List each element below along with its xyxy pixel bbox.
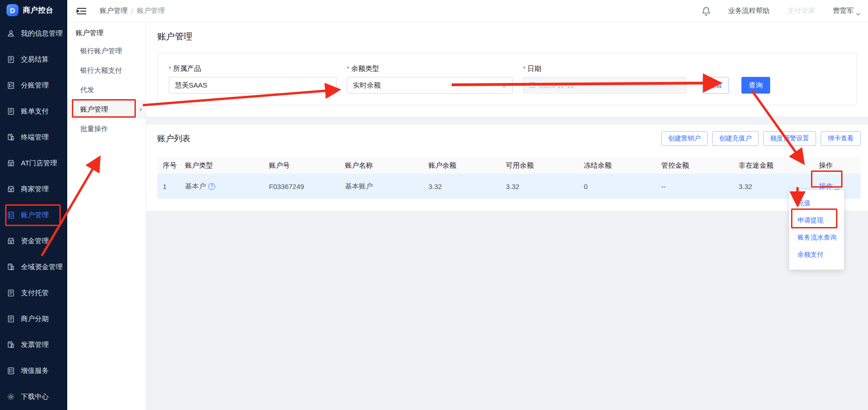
money-doc-icon	[7, 211, 15, 219]
menu-item-余额支付[interactable]: 余额支付	[789, 246, 844, 263]
menu-item-充值[interactable]: 充值	[789, 195, 844, 212]
action-button-创建充值户[interactable]: 创建充值户	[712, 131, 759, 146]
sidebar-item-交易结算[interactable]: 交易结算	[0, 46, 67, 72]
document-icon	[7, 56, 15, 63]
cell-seq: 1	[157, 183, 179, 190]
cell-frozen: 0	[578, 183, 656, 190]
notification-bell-icon[interactable]	[702, 6, 710, 16]
sidebar-item-label: 我的信息管理	[21, 29, 63, 38]
sidebar-nav: 我的信息管理交易结算分账管理账单支付终端管理AT门店管理商家管理账户管理资金管理…	[0, 20, 67, 410]
chevron-right-icon[interactable]: ›	[140, 105, 142, 114]
brand-name: 商户控台	[23, 6, 53, 15]
operation-dropdown-menu: 充值申请提现账务流水查询余额支付	[789, 190, 844, 270]
sidebar-item-终端管理[interactable]: 终端管理	[0, 124, 67, 150]
required-mark: *	[347, 65, 349, 72]
assistant-link[interactable]: 支付管家	[787, 6, 815, 15]
product-label: *所属产品	[169, 64, 337, 73]
submenu-item-银行账户管理[interactable]: 银行账户管理	[67, 41, 146, 61]
action-button-创建营销户[interactable]: 创建营销户	[661, 131, 708, 146]
user-icon	[7, 30, 15, 38]
sidebar-item-发票管理[interactable]: 发票管理	[0, 332, 67, 358]
sidebar-item-label: 全域资金管理	[21, 263, 63, 271]
sidebar-item-label: 增值服务	[21, 366, 49, 375]
sidebar-item-我的信息管理[interactable]: 我的信息管理	[0, 20, 67, 46]
account-list-title: 账户列表	[157, 133, 191, 144]
sidebar-item-账户管理[interactable]: 账户管理	[0, 202, 67, 228]
submenu-item-账户管理[interactable]: 账户管理›	[67, 100, 146, 119]
sidebar-item-label: 下载中心	[21, 392, 49, 401]
page-header-panel: 账户管理 *所属产品 慧美SAAS *余额类型	[146, 22, 868, 116]
action-button-绑卡查看[interactable]: 绑卡查看	[821, 131, 861, 146]
document-icon	[7, 107, 15, 115]
main-sidebar: D 商户控台 我的信息管理交易结算分账管理账单支付终端管理AT门店管理商家管理账…	[0, 0, 67, 410]
column-header-可用余额: 可用余额	[500, 161, 578, 170]
user-menu[interactable]: 曹雷军	[833, 6, 861, 15]
terminal-icon	[7, 263, 15, 271]
product-select[interactable]: 慧美SAAS	[169, 77, 337, 94]
document-icon	[7, 315, 15, 323]
column-header-账户余额: 账户余额	[423, 161, 500, 170]
cell-type: 基本户?	[179, 182, 263, 191]
sidebar-item-label: 资金管理	[21, 237, 49, 246]
submenu-item-label: 账户管理	[80, 105, 108, 114]
sidebar-item-全域资金管理[interactable]: 全域资金管理	[0, 254, 67, 280]
cell-name: 基本账户	[339, 182, 423, 191]
account-list-panel: 账户列表 创建营销户创建充值户额度预警设置绑卡查看 序号账户类型账户号账户名称账…	[146, 125, 868, 211]
submenu-item-label: 批量操作	[80, 125, 108, 133]
sidebar-item-下载中心[interactable]: 下载中心	[0, 384, 67, 410]
action-button-额度预警设置[interactable]: 额度预警设置	[763, 131, 816, 146]
submenu-item-label: 代发	[80, 86, 94, 95]
cell-non_transit: 3.32	[733, 183, 813, 190]
topbar: 账户管理 / 账户管理 业务流程帮助 支付管家 曹雷军	[67, 0, 868, 22]
account-table: 序号账户类型账户号账户名称账户余额可用余额冻结余额管控金额非在途金额操作 1基本…	[157, 157, 861, 199]
menu-item-申请提现[interactable]: 申请提现	[789, 212, 844, 229]
store-icon	[7, 159, 15, 167]
submenu-item-label: 银行大额支付	[80, 66, 122, 75]
sidebar-item-账单支付[interactable]: 账单支付	[0, 98, 67, 124]
help-link[interactable]: 业务流程帮助	[728, 6, 770, 15]
cell-action: 操作	[813, 182, 861, 191]
sidebar-item-资金管理[interactable]: 资金管理	[0, 228, 67, 254]
store-icon	[7, 237, 15, 245]
sidebar-item-商家管理[interactable]: 商家管理	[0, 176, 67, 202]
sidebar-item-增值服务[interactable]: 增值服务	[0, 358, 67, 384]
table-actions: 创建营销户创建充值户额度预警设置绑卡查看	[661, 131, 861, 146]
sidebar-item-label: 账单支付	[21, 107, 49, 116]
cell-balance: 3.32	[423, 183, 500, 190]
page-title: 账户管理	[157, 31, 857, 43]
menu-item-账务流水查询[interactable]: 账务流水查询	[789, 229, 844, 246]
breadcrumb: 账户管理 / 账户管理	[100, 6, 165, 15]
column-header-操作: 操作	[813, 161, 861, 170]
breadcrumb-item[interactable]: 账户管理	[100, 6, 128, 15]
sidebar-item-AT门店管理[interactable]: AT门店管理	[0, 150, 67, 176]
sidebar-item-label: 发票管理	[21, 341, 49, 349]
query-button[interactable]: 查询	[741, 77, 770, 94]
date-input[interactable]: 2024-11-12	[523, 77, 686, 94]
terminal-icon	[7, 133, 15, 141]
chevron-down-icon	[501, 82, 507, 89]
sidebar-item-label: 商家管理	[21, 185, 49, 194]
submenu-item-批量操作[interactable]: 批量操作	[67, 119, 146, 139]
sidebar-item-支付托管[interactable]: 支付托管	[0, 280, 67, 306]
calendar-icon	[529, 82, 536, 89]
required-mark: *	[523, 65, 525, 72]
money-doc-icon	[7, 367, 15, 375]
document-icon	[7, 289, 15, 297]
balance-type-select[interactable]: 实时余额	[347, 77, 513, 94]
collapse-menu-icon[interactable]	[77, 7, 87, 15]
product-select-value: 慧美SAAS	[175, 81, 207, 90]
sidebar-item-商户分期[interactable]: 商户分期	[0, 306, 67, 332]
terminal-icon	[7, 341, 15, 349]
reset-button[interactable]: 重置	[702, 77, 729, 94]
sidebar-item-label: 终端管理	[21, 133, 49, 142]
submenu-item-代发[interactable]: 代发	[67, 80, 146, 100]
help-question-icon[interactable]: ?	[208, 183, 215, 190]
cell-number: F03367249	[263, 183, 339, 190]
cell-controlled: --	[656, 183, 733, 190]
date-field: *日期 2024-11-12	[523, 64, 686, 94]
sidebar-item-label: 账户管理	[21, 211, 49, 220]
table-row: 1基本户?F03367249基本账户3.323.320--3.32操作	[157, 174, 861, 199]
submenu-item-银行大额支付[interactable]: 银行大额支付	[67, 61, 146, 80]
sidebar-item-分账管理[interactable]: 分账管理	[0, 72, 67, 98]
operation-link[interactable]: 操作	[819, 182, 839, 191]
